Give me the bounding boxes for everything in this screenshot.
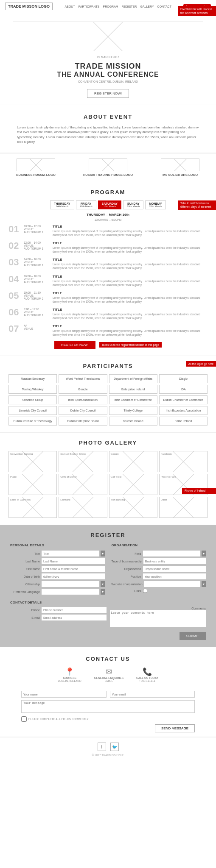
field-field[interactable] [143,551,200,556]
logo-label-3: MS SOLICITORS LOGO [163,173,198,177]
field-title[interactable] [42,551,99,556]
logo-img-1 [17,159,56,171]
tab-thursday[interactable]: THURSDAY 14th March [50,200,74,209]
field-label-links: Links [112,590,141,593]
program-item-desc: Lorem ipsum is simply dummy text of the … [53,246,208,253]
field-language[interactable] [42,589,99,595]
field-org[interactable] [143,566,206,572]
participant-item: Limerick City Council [8,406,57,415]
field-label-email: E-mail [10,616,40,619]
gallery-section: PHOTO GALLERY Convention BuildingSamuel … [0,433,216,525]
nav-about[interactable]: ABOUT [65,5,75,8]
contact-message-input[interactable] [21,700,195,713]
send-row: SEND MESSAGE [21,724,195,732]
gallery-item-label: Leins of Guinness [10,498,31,501]
tab-saturday[interactable]: SATURDAY 18th March [98,200,122,209]
active-day-time: 13:00HRS – 6:30PM [8,218,208,221]
tab-friday[interactable]: FRIDAY 17th March [76,200,96,209]
gallery-item[interactable]: Facebook [159,451,208,472]
contact-name-input[interactable] [21,691,107,698]
footer-social: f 🐦 [5,743,211,751]
participant-item: Google [59,385,107,394]
form-row-website: Website of organisation ▾ [112,581,206,587]
field-label-title: Title [10,552,40,555]
program-item-number: 04 [8,275,20,284]
field-label-position: Position [112,575,141,578]
nav-gallery[interactable]: GALLERY [140,5,154,8]
gallery-item-label: Plaze [10,476,17,478]
nav-participants[interactable]: PARTICIPANTS [79,5,100,8]
gallery-item[interactable]: Other [159,497,208,518]
gallery-item[interactable]: Cliffs of Moher [59,474,107,495]
organisation-title: ORGANISATION [112,543,206,547]
form-row-lastname: Last Name [10,558,105,564]
field-label-firstname: First name [10,568,40,570]
program-item-content: TITLE Lorem ipsum is simply dummy text o… [53,324,208,337]
field-lastname[interactable] [42,558,105,564]
tab-sunday[interactable]: SUNDAY 19th March [123,200,143,209]
nav-program[interactable]: PROGRAM [103,5,118,8]
gallery-item[interactable]: Plaze [8,474,57,495]
program-item-venue: VENUE: AUDITORIUM 1 [24,244,49,250]
program-item: 04 16:00 – 18:00 VENUE: AUDITORIUM 1 TIT… [8,275,208,287]
gallery-item[interactable]: Samuel Beckett Bridge [59,451,107,472]
program-item-number: 02 [8,241,20,250]
field-dob[interactable] [42,573,105,579]
about-section: ABOUT EVENT Lorem ipsum is simply dummy … [0,105,216,153]
gallery-item[interactable]: Google [109,451,157,472]
send-message-button[interactable]: SEND MESSAGE [155,724,195,732]
nav-register[interactable]: REGISTER [122,5,137,8]
program-item-meta: 14:00 – 16:00 VENUE: AUDITORIUM 1 [24,258,49,267]
twitter-icon[interactable]: 🐦 [110,743,119,751]
personal-details-col: PERSONAL DETAILS Title ▾ Last Name First… [10,543,105,596]
register-title: REGISTER [10,532,206,538]
participant-item: Failte Ireland [159,417,208,426]
program-register-row: REGISTER NOW! Takes us to the registrati… [8,341,208,349]
gallery-item[interactable]: Irish dancing [109,497,157,518]
program-item-title: TITLE [53,258,208,262]
program-item-title: TITLE [53,291,208,295]
gallery-item[interactable]: Leins of Guinness [8,497,57,518]
field-links-checkbox[interactable] [143,589,147,593]
submit-button[interactable]: SUBMIT [180,632,206,640]
field-position[interactable] [143,573,206,579]
gallery-item-label: Convention Building [10,453,33,455]
form-row-language: Preferred Language ▾ [10,589,105,595]
gallery-item[interactable]: Golf Field [109,474,157,495]
logos-row: BUSINESS RUSSIA LOGO RUSSIA TRADING HOUS… [0,153,216,182]
facebook-icon[interactable]: f [98,743,106,751]
program-item-content: TITLE Lorem ipsum is simply dummy text o… [53,275,208,287]
select-arrow-field: ▾ [202,551,206,556]
nav-contact[interactable]: CONTACT [157,5,171,8]
contact-check-checkbox[interactable] [21,716,27,722]
program-item-desc: Lorem ipsum is simply dummy text of the … [53,229,208,237]
program-item-time: 12:00 – 14:00 [24,241,49,244]
tab-monday[interactable]: MONDAY 20th March [145,200,166,209]
field-label-field: Field [112,552,141,555]
gallery-item[interactable]: Leinhard [59,497,107,518]
gallery-item-label: Golf Field [111,476,122,478]
personal-details-title: PERSONAL DETAILS [10,543,105,547]
field-label-language: Preferred Language [10,590,40,593]
select-arrow-website: ▾ [202,581,206,587]
hero-register-button[interactable]: REGISTER NOW! [87,89,129,98]
program-item-venue: VENUE: AUDITORIUM 1 [24,261,49,267]
hero-date: 19 MARCH 2017 [13,56,203,58]
register-tooltip: Takes us to the registration section of … [99,342,162,348]
field-phone[interactable] [42,607,107,613]
field-email[interactable] [42,615,107,620]
gallery-item[interactable]: Convention Building [8,451,57,472]
field-firstname[interactable] [42,566,105,572]
program-register-button[interactable]: REGISTER NOW! [54,341,95,349]
field-comments[interactable] [110,610,206,627]
field-website[interactable] [144,581,200,587]
field-citizenship[interactable] [42,581,99,587]
select-arrow-language: ▾ [101,589,105,595]
select-arrow-title: ▾ [101,551,105,556]
contact-email-input[interactable] [110,691,195,698]
active-day-label: THURSDAY – MARCH 16th [8,213,208,217]
program-item-venue: VENUE: AUDITORIUM 1 [24,228,49,234]
field-biztype[interactable] [143,558,206,564]
contact-inputs-row [21,691,195,698]
logo-cell-2: RUSSIA TRADING HOUSE LOGO [72,153,144,182]
